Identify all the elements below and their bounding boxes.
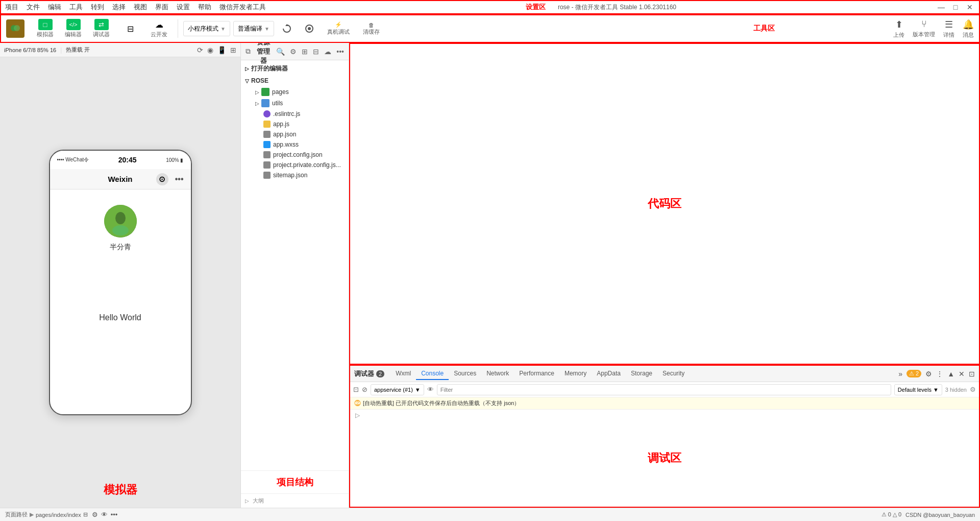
menu-item-view[interactable]: 视图 bbox=[134, 3, 147, 12]
wxss-icon bbox=[263, 141, 271, 148]
search-icon[interactable]: 🔍 bbox=[275, 46, 286, 57]
file-eslintrc[interactable]: .eslintrc.js bbox=[241, 109, 349, 119]
expand-arrow[interactable]: ▷ bbox=[355, 412, 360, 419]
menu-item-edit[interactable]: 编辑 bbox=[48, 3, 61, 12]
tab-performance[interactable]: Performance bbox=[514, 368, 559, 380]
hotreload-select[interactable]: 热重载 开 bbox=[66, 46, 90, 54]
tab-network[interactable]: Network bbox=[481, 368, 514, 380]
device-select[interactable]: iPhone 6/7/8 85% 16 bbox=[4, 47, 56, 53]
tab-wxml[interactable]: Wxml bbox=[390, 368, 416, 380]
simulator-toolbar: iPhone 6/7/8 85% 16 | 热重载 开 ⟳ ◉ 📱 ⊞ bbox=[0, 43, 240, 57]
section-open-editors: ▷ 打开的编辑器 bbox=[241, 62, 349, 75]
simulator-button[interactable]: □ 模拟器 bbox=[32, 17, 59, 40]
close-button[interactable]: ✕ bbox=[965, 3, 975, 11]
real-device-button[interactable]: ⚡ 真机调试 bbox=[322, 19, 355, 38]
copy-icon[interactable]: ⧉ bbox=[244, 45, 252, 57]
file-project-private[interactable]: project.private.config.js... bbox=[241, 160, 349, 170]
split-icon[interactable]: ⊡ bbox=[969, 370, 975, 378]
menu-item-help[interactable]: 帮助 bbox=[198, 3, 211, 12]
compile-select[interactable]: 普通编译 ▼ bbox=[233, 21, 274, 36]
upload-button[interactable]: ⬆ 上传 bbox=[893, 19, 904, 39]
phone-page-title: Weixin bbox=[108, 175, 132, 183]
tab-appdata[interactable]: AppData bbox=[592, 368, 626, 380]
block-icon[interactable]: ⊘ bbox=[362, 386, 368, 393]
menu-item-tools[interactable]: 工具 bbox=[69, 3, 83, 12]
settings-zone-label: 设置区 bbox=[526, 3, 546, 12]
section-open-editors-header[interactable]: ▷ 打开的编辑器 bbox=[241, 62, 349, 75]
menu-item-settings[interactable]: 设置 bbox=[177, 3, 190, 12]
new-file-icon[interactable]: ⚙ bbox=[288, 46, 298, 57]
phone-signal: •••• WeChat令 bbox=[57, 156, 89, 163]
file-appjson[interactable]: app.json bbox=[241, 129, 349, 139]
file-appwxss[interactable]: app.wxss bbox=[241, 139, 349, 150]
folder-utils[interactable]: ▷ utils bbox=[241, 98, 349, 109]
menu-item-devtools[interactable]: 微信开发者工具 bbox=[219, 3, 266, 12]
status-more-icon[interactable]: ••• bbox=[111, 511, 118, 518]
maximize-button[interactable]: □ bbox=[950, 3, 961, 11]
status-eye-icon[interactable]: 👁 bbox=[101, 511, 108, 518]
close-panel-icon[interactable]: ✕ bbox=[959, 370, 965, 378]
folder-pages[interactable]: ▷ pages bbox=[241, 86, 349, 98]
status-settings-icon[interactable]: ⚙ bbox=[92, 511, 98, 518]
service-select[interactable]: appservice (#1) ▼ bbox=[371, 384, 424, 395]
maximize-icon[interactable]: ▲ bbox=[947, 370, 954, 378]
upload-icon: ⬆ bbox=[895, 19, 903, 30]
menu-item-goto[interactable]: 转到 bbox=[91, 3, 104, 12]
filetree-outline[interactable]: ▷ 大纲 bbox=[241, 493, 349, 508]
path-copy-icon[interactable]: ⊟ bbox=[83, 511, 88, 518]
debug-title: 调试器 bbox=[354, 369, 374, 378]
grid-icon[interactable]: ⊞ bbox=[300, 46, 309, 57]
clear-cache-button[interactable]: 🗑 清缓存 bbox=[358, 20, 385, 38]
status-right: ⚠ 0 △ 0 CSDN @baoyuan_baoyuan bbox=[881, 511, 975, 518]
mode-select[interactable]: 小程序模式 ▼ bbox=[183, 21, 230, 36]
record-icon[interactable]: ◉ bbox=[207, 46, 213, 54]
refresh-icon[interactable]: ⟳ bbox=[197, 46, 203, 54]
notification-button[interactable]: 🔔 消息 bbox=[963, 19, 974, 39]
debug-area-label: 调试区 bbox=[648, 451, 681, 466]
minimize-button[interactable]: — bbox=[936, 3, 946, 11]
eye-icon[interactable]: 👁 bbox=[427, 386, 434, 393]
phone-nav-dots[interactable]: ••• bbox=[175, 175, 184, 184]
compile-button[interactable] bbox=[277, 22, 297, 35]
collapse-icon[interactable]: ⊟ bbox=[311, 46, 321, 57]
phone-nav-record[interactable]: ⊙ bbox=[156, 173, 168, 185]
console-cursor-icon[interactable]: ⊡ bbox=[353, 386, 359, 393]
settings-icon[interactable]: ⚙ bbox=[925, 370, 932, 378]
phone-nav-bar: Weixin ••• ⊙ bbox=[50, 169, 191, 190]
level-select[interactable]: Default levels ▼ bbox=[894, 384, 942, 395]
tab-memory[interactable]: Memory bbox=[559, 368, 592, 380]
editor-button[interactable]: </> 编辑器 bbox=[60, 17, 87, 40]
version-button[interactable]: ⑂ 版本管理 bbox=[913, 19, 935, 38]
tab-sources[interactable]: Sources bbox=[449, 368, 481, 380]
window-controls: — □ ✕ bbox=[936, 3, 975, 11]
debug-panel: 调试器 2 Wxml Console Sources Network Perfo… bbox=[349, 365, 980, 508]
tab-security[interactable]: Security bbox=[657, 368, 690, 380]
file-sitemap[interactable]: sitemap.json bbox=[241, 170, 349, 180]
eslint-icon bbox=[263, 110, 271, 117]
filter-input[interactable] bbox=[437, 384, 891, 395]
cloud-button[interactable]: ☁ 云开发 bbox=[145, 17, 173, 40]
tab-storage[interactable]: Storage bbox=[626, 368, 657, 380]
menu-item-file[interactable]: 文件 bbox=[27, 3, 40, 12]
tab-console[interactable]: Console bbox=[416, 368, 449, 380]
preview-button[interactable] bbox=[300, 22, 319, 35]
status-path: 页面路径 ▶ pages/index/index ⊟ bbox=[5, 511, 88, 518]
file-project-config[interactable]: project.config.json bbox=[241, 150, 349, 160]
file-appjs[interactable]: app.js bbox=[241, 119, 349, 129]
tool-zone-label: 工具区 bbox=[753, 24, 775, 33]
section-rose-header[interactable]: ▽ ROSE bbox=[241, 75, 349, 86]
filter-settings-icon[interactable]: ⚙ bbox=[970, 386, 976, 393]
phone-icon[interactable]: 📱 bbox=[217, 46, 226, 54]
detail-button[interactable]: ☰ 详情 bbox=[943, 19, 954, 39]
debugger-button[interactable]: ⇄ 调试器 bbox=[88, 17, 115, 40]
menu-item-project[interactable]: 项目 bbox=[5, 3, 18, 12]
menu-item-select[interactable]: 选择 bbox=[112, 3, 126, 12]
menu-item-interface[interactable]: 界面 bbox=[155, 3, 168, 12]
extra-button[interactable]: ⊟ bbox=[118, 21, 142, 36]
more-icon[interactable]: ••• bbox=[335, 46, 346, 57]
more-tabs-icon[interactable]: » bbox=[898, 370, 902, 378]
cloud2-icon[interactable]: ☁ bbox=[323, 46, 333, 57]
more-icon[interactable]: ⋮ bbox=[936, 370, 943, 378]
dock-icon[interactable]: ⊞ bbox=[230, 46, 236, 54]
phone-time: 20:45 bbox=[118, 156, 137, 164]
